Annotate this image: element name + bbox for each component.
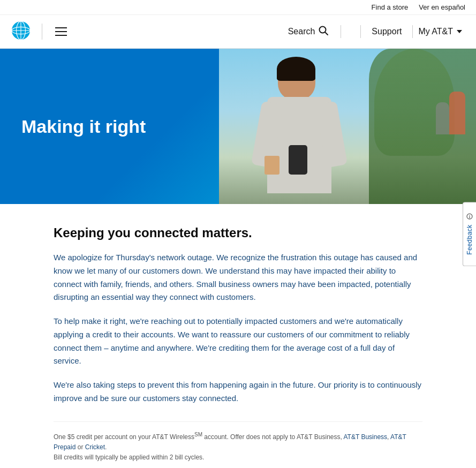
att-business-link[interactable]: AT&T Business (344, 433, 388, 441)
feedback-tab[interactable]: Feedback (463, 202, 476, 266)
nav-divider-2 (360, 25, 361, 38)
nav-right: Search Support My AT&T (278, 25, 465, 38)
chevron-down-icon (457, 30, 462, 33)
cricket-link[interactable]: Cricket (85, 443, 105, 451)
search-icon (318, 25, 329, 38)
feedback-icon (466, 213, 473, 221)
myatt-dropdown[interactable]: My AT&T (415, 27, 465, 36)
main-heading: Keeping you connected matters. (54, 225, 422, 240)
hero-title: Making it right (21, 115, 146, 138)
hero-image (219, 49, 476, 204)
att-logo[interactable] (11, 20, 31, 43)
top-bar: Find a store Ver en español (0, 0, 476, 15)
myatt-label: My AT&T (418, 27, 453, 36)
find-store-link[interactable]: Find a store (372, 3, 409, 11)
fine-print-section: One $5 credit per account on your AT&T W… (54, 421, 422, 463)
hero-person (262, 59, 337, 204)
nav-divider-3 (412, 25, 413, 38)
support-link[interactable]: Support (363, 27, 410, 36)
logo-area (11, 20, 69, 43)
paragraph-2: To help make it right, we're reaching ou… (54, 315, 422, 368)
main-content: Keeping you connected matters. We apolog… (0, 204, 476, 468)
hero-section: Making it right (0, 49, 476, 204)
main-nav: Search Support My AT&T (0, 15, 476, 49)
logo-divider (42, 24, 42, 40)
cart-button[interactable] (343, 26, 358, 37)
paragraph-3: We're also taking steps to prevent this … (54, 379, 422, 405)
feedback-label: Feedback (466, 224, 473, 255)
hamburger-menu[interactable] (53, 25, 69, 38)
spanish-link[interactable]: Ver en español (419, 3, 465, 11)
search-label: Search (288, 27, 315, 36)
fine-print-text: One $5 credit per account on your AT&T W… (54, 431, 422, 463)
nav-divider-1 (341, 25, 341, 38)
paragraph-1: We apologize for Thursday's network outa… (54, 251, 422, 304)
search-button[interactable]: Search (278, 25, 339, 38)
svg-line-6 (325, 32, 328, 35)
